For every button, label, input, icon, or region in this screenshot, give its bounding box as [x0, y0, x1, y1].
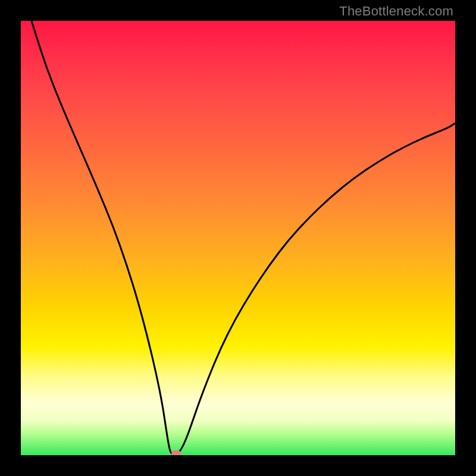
bottleneck-marker	[171, 450, 181, 455]
bottleneck-curve	[21, 21, 455, 455]
chart-container: TheBottleneck.com	[0, 0, 476, 476]
plot-area	[21, 21, 455, 455]
watermark-text: TheBottleneck.com	[339, 4, 453, 19]
